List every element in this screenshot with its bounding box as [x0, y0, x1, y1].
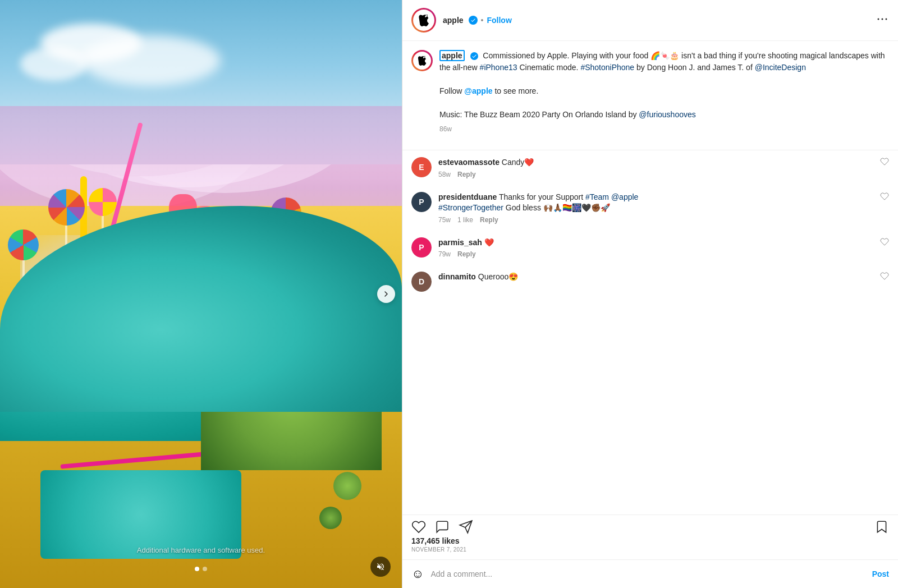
green-candy-pile	[201, 323, 382, 470]
comment-avatar-3[interactable]: P	[411, 237, 432, 258]
share-button[interactable]	[459, 520, 473, 534]
comment-reply-btn-3[interactable]: Reply	[457, 250, 476, 258]
green-ball-2	[319, 507, 342, 529]
comment-input-area: ☺ Post	[402, 559, 898, 588]
caption-text-block: apple Commissioned by Apple. Playing wit…	[439, 50, 889, 134]
comment-item: P parmis_sah ❤️ 79w Reply	[411, 231, 889, 265]
sprinkle-field	[20, 235, 342, 382]
caption-avatar	[413, 52, 431, 70]
lollipop-right	[336, 229, 361, 282]
comment-reply-btn-2[interactable]: Reply	[480, 216, 498, 224]
apple-logo-icon	[418, 14, 430, 26]
verified-badge-icon	[469, 16, 478, 25]
comment-mention-2[interactable]: @apple	[609, 192, 638, 201]
chocolate-stick	[201, 267, 207, 323]
comment-likes-2: 1 like	[457, 216, 473, 224]
comment-username-3[interactable]: parmis_sah	[438, 238, 482, 247]
comment-hashtag-2b[interactable]: #StrongerTogether	[438, 203, 503, 212]
comment-body-3: ❤️	[484, 238, 494, 247]
next-slide-button[interactable]	[377, 285, 395, 303]
comment-username-4[interactable]: dinnamito	[438, 272, 476, 281]
comment-username-2[interactable]: presidentduane	[438, 192, 497, 201]
caption-verified-icon	[470, 52, 478, 60]
caption-follow-text: Follow	[439, 86, 464, 95]
gummy-bear-1	[169, 194, 197, 228]
caption-hashtag-1[interactable]: #iPhone13	[480, 63, 517, 72]
caption-mention-incite[interactable]: @InciteDesign	[755, 63, 806, 72]
comment-content-3: parmis_sah ❤️ 79w Reply	[438, 237, 873, 259]
post-date: NOVEMBER 7, 2021	[411, 546, 889, 557]
action-icons-row	[411, 520, 889, 534]
gummy-bear-2	[193, 206, 216, 234]
comment-like-btn-4[interactable]	[880, 272, 889, 282]
comment-text-3: parmis_sah ❤️	[438, 237, 873, 249]
caption-follow-suffix: to see more.	[493, 86, 539, 95]
lollipop-cluster	[271, 197, 301, 265]
caption-hashtag-2[interactable]: #ShotoniPhone	[580, 63, 634, 72]
comment-username-1[interactable]: estevaomassote	[438, 158, 500, 167]
comment-content-1: estevaomassote Candy❤️ 58w Reply	[438, 157, 873, 178]
comment-avatar-2[interactable]: P	[411, 192, 432, 212]
more-options-button[interactable]	[876, 12, 889, 29]
comment-avatar-4[interactable]: D	[411, 272, 432, 292]
comment-avatar-placeholder-1: E	[411, 157, 432, 177]
post-header: apple • Follow	[402, 0, 898, 41]
caption-apple-logo-icon	[417, 56, 427, 66]
comment-text-1: estevaomassote Candy❤️	[438, 157, 873, 168]
actions-bar: 137,465 likes NOVEMBER 7, 2021	[402, 514, 898, 559]
mute-button[interactable]	[370, 557, 391, 577]
image-caption-text: Additional hardware and software used.	[137, 546, 265, 554]
comment-input-field[interactable]	[430, 569, 865, 578]
comment-reply-btn-1[interactable]: Reply	[457, 171, 476, 178]
green-ball-1	[333, 472, 361, 500]
cloud-2	[80, 35, 221, 86]
comment-like-btn-1[interactable]	[880, 157, 889, 168]
caption-music-text: Music: The Buzz Beam 2020 Party On Orlan…	[439, 110, 639, 119]
post-detail-panel: apple • Follow apple Commis	[402, 0, 898, 588]
comment-body-4: Querooo😍	[478, 272, 518, 281]
caption-time-ago: 86w	[439, 124, 889, 134]
header-username[interactable]: apple	[443, 16, 464, 25]
lollipop-2	[48, 189, 85, 265]
caption-follow-mention[interactable]: @apple	[464, 86, 492, 95]
post-comment-button[interactable]: Post	[872, 569, 889, 578]
caption-username[interactable]: apple	[439, 50, 465, 61]
comments-section: E estevaomassote Candy❤️ 58w Reply P	[402, 150, 898, 514]
slide-dot-2[interactable]	[203, 567, 207, 571]
caption-header: apple Commissioned by Apple. Playing wit…	[411, 50, 889, 134]
comment-time-3: 79w	[438, 250, 451, 258]
bookmark-button[interactable]	[874, 520, 889, 534]
comment-time-2: 75w	[438, 216, 451, 224]
header-avatar-ring[interactable]	[411, 8, 436, 33]
caption-music-mention[interactable]: @furioushooves	[639, 110, 695, 119]
lollipop-3	[89, 188, 117, 247]
post-image	[0, 0, 402, 588]
comment-body-2b: God bless 🙌🏾🙏🏾🏳️‍🌈🎆🖤✊🏾🚀	[503, 203, 610, 212]
lollipop-1	[8, 229, 39, 294]
comment-body-2a: Thanks for your Support	[499, 192, 585, 201]
comment-hashtag-2[interactable]: #Team	[585, 192, 609, 201]
comment-meta-2: 75w 1 like Reply	[438, 216, 873, 224]
caption-section: apple Commissioned by Apple. Playing wit…	[402, 41, 898, 150]
comment-item: D dinnamito Querooo😍	[411, 265, 889, 298]
comment-time-1: 58w	[438, 171, 451, 178]
comment-avatar-placeholder-3: P	[411, 237, 432, 258]
comment-button[interactable]	[435, 520, 450, 534]
slide-dot-1[interactable]	[195, 567, 199, 571]
comment-item: E estevaomassote Candy❤️ 58w Reply	[411, 150, 889, 185]
comment-meta-1: 58w Reply	[438, 171, 873, 178]
comment-avatar-1[interactable]: E	[411, 157, 432, 177]
comment-item: P presidentduane Thanks for your Support…	[411, 185, 889, 231]
like-button[interactable]	[411, 520, 426, 534]
cloud-3	[20, 47, 88, 81]
header-user-info: apple • Follow	[443, 16, 869, 25]
follow-button[interactable]: Follow	[487, 16, 511, 25]
comment-text-4: dinnamito Querooo😍	[438, 272, 873, 283]
emoji-button[interactable]: ☺	[411, 567, 424, 581]
caption-avatar-ring[interactable]	[411, 50, 433, 71]
svg-point-0	[878, 18, 879, 20]
header-avatar	[413, 10, 434, 31]
comment-like-btn-2[interactable]	[880, 192, 889, 203]
slide-indicators	[195, 567, 207, 571]
comment-like-btn-3[interactable]	[880, 237, 889, 248]
